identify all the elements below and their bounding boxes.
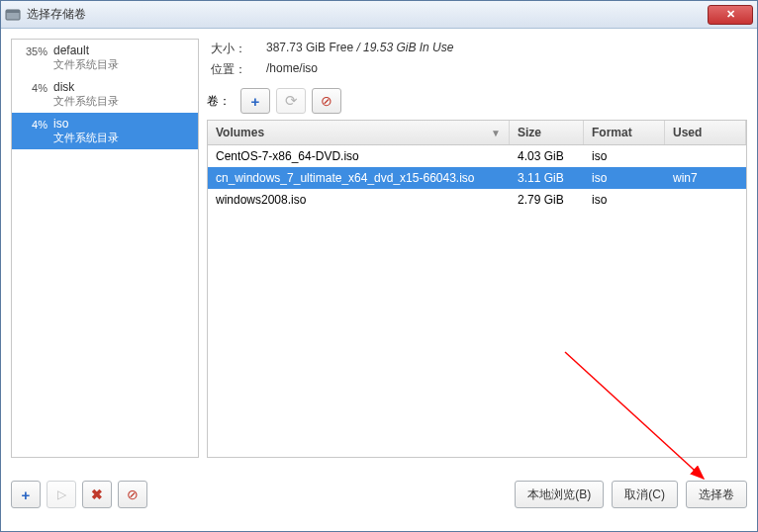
storage-pool-sidebar: 35% default 文件系统目录 4% disk 文件系统目录 4% iso… — [11, 39, 199, 458]
pool-name: disk — [53, 80, 192, 94]
browse-local-button[interactable]: 本地浏览(B) — [515, 481, 604, 508]
cancel-button[interactable]: 取消(C) — [612, 481, 678, 508]
plus-icon: + — [22, 487, 31, 503]
pool-name: default — [53, 44, 192, 57]
app-icon — [5, 8, 21, 22]
usage-percent: 4% — [18, 117, 47, 145]
sidebar-item-iso[interactable]: 4% iso 文件系统目录 — [12, 113, 198, 149]
dialog-window: 选择存储卷 ✕ 35% default 文件系统目录 4% disk 文件系统目… — [0, 0, 758, 532]
stop-icon: ⊘ — [127, 487, 139, 502]
add-volume-button[interactable]: + — [240, 88, 270, 114]
cell-format: iso — [584, 167, 665, 189]
table-row[interactable]: cn_windows_7_ultimate_x64_dvd_x15-66043.… — [208, 167, 746, 189]
header-format[interactable]: Format — [584, 121, 665, 144]
sort-desc-icon: ▼ — [491, 128, 501, 138]
sidebar-item-default[interactable]: 35% default 文件系统目录 — [12, 40, 198, 76]
cell-name: CentOS-7-x86_64-DVD.iso — [208, 145, 510, 167]
table-body: CentOS-7-x86_64-DVD.iso 4.03 GiB iso cn_… — [208, 145, 746, 211]
footer-left-actions: + ▷ ✖ ⊘ — [11, 481, 147, 508]
titlebar: 选择存储卷 ✕ — [1, 1, 757, 29]
window-title: 选择存储卷 — [27, 6, 708, 23]
cell-used: win7 — [665, 167, 746, 189]
pool-name: iso — [53, 117, 192, 131]
table-row[interactable]: windows2008.iso 2.79 GiB iso — [208, 189, 746, 211]
sidebar-item-disk[interactable]: 4% disk 文件系统目录 — [12, 76, 198, 113]
header-volumes[interactable]: Volumes ▼ — [208, 121, 510, 144]
content-area: 35% default 文件系统目录 4% disk 文件系统目录 4% iso… — [1, 29, 757, 468]
size-label: 大小： — [211, 41, 266, 57]
stop-pool-button[interactable]: ⊘ — [118, 481, 147, 508]
delete-icon: ✖ — [91, 487, 103, 502]
cell-size: 2.79 GiB — [510, 189, 584, 211]
table-header: Volumes ▼ Size Format Used — [208, 121, 746, 145]
cell-used — [665, 189, 746, 211]
usage-percent: 35% — [18, 44, 47, 72]
main-panel: 大小： 387.73 GiB Free / 19.53 GiB In Use 位… — [207, 39, 747, 458]
delete-volume-button[interactable]: ⊘ — [312, 88, 341, 114]
dialog-footer: + ▷ ✖ ⊘ 本地浏览(B) 取消(C) 选择卷 — [1, 468, 757, 521]
play-icon: ▷ — [57, 488, 66, 501]
volume-toolbar: 卷： + ⟳ ⊘ — [207, 88, 747, 114]
size-value: 387.73 GiB Free / 19.53 GiB In Use — [266, 41, 453, 57]
cell-size: 4.03 GiB — [510, 145, 584, 167]
cell-name: cn_windows_7_ultimate_x64_dvd_x15-66043.… — [208, 167, 510, 189]
footer-right-actions: 本地浏览(B) 取消(C) 选择卷 — [515, 481, 747, 508]
header-used[interactable]: Used — [665, 121, 746, 144]
volume-label: 卷： — [207, 93, 235, 110]
pool-info: 大小： 387.73 GiB Free / 19.53 GiB In Use 位… — [207, 39, 747, 88]
plus-icon: + — [251, 93, 260, 110]
location-label: 位置： — [211, 61, 266, 78]
cell-format: iso — [584, 145, 665, 167]
start-pool-button[interactable]: ▷ — [47, 481, 76, 508]
close-icon: ✕ — [726, 8, 735, 21]
pool-type: 文件系统目录 — [53, 57, 192, 72]
cell-size: 3.11 GiB — [510, 167, 584, 189]
volumes-table: Volumes ▼ Size Format Used CentOS-7-x86_… — [207, 120, 747, 458]
svg-rect-1 — [6, 10, 20, 13]
usage-percent: 4% — [18, 80, 47, 109]
header-size[interactable]: Size — [510, 121, 584, 144]
pool-type: 文件系统目录 — [53, 131, 192, 145]
refresh-volume-button[interactable]: ⟳ — [276, 88, 306, 114]
close-button[interactable]: ✕ — [708, 5, 753, 25]
cell-format: iso — [584, 189, 665, 211]
stop-icon: ⊘ — [321, 93, 332, 109]
pool-type: 文件系统目录 — [53, 94, 192, 109]
refresh-icon: ⟳ — [285, 92, 298, 110]
select-volume-button[interactable]: 选择卷 — [686, 481, 747, 508]
add-pool-button[interactable]: + — [11, 481, 41, 508]
cell-used — [665, 145, 746, 167]
table-row[interactable]: CentOS-7-x86_64-DVD.iso 4.03 GiB iso — [208, 145, 746, 167]
delete-pool-button[interactable]: ✖ — [82, 481, 112, 508]
cell-name: windows2008.iso — [208, 189, 510, 211]
location-value: /home/iso — [266, 61, 318, 78]
